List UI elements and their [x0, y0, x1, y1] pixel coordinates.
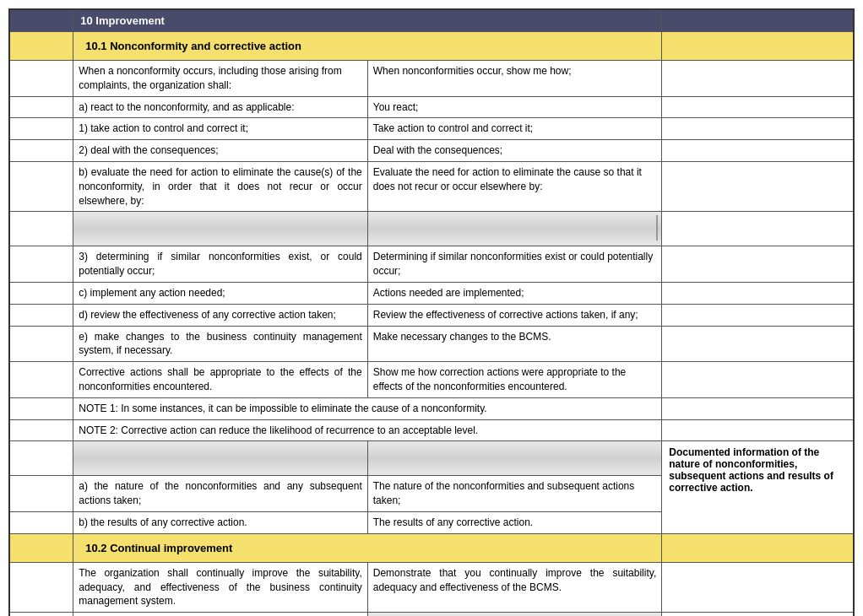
col3-corrective-appropriate: Show me how correction actions were appr…	[367, 362, 661, 398]
col2-determining: 3) determining if similar nonconformitie…	[73, 246, 367, 283]
col1-empty	[9, 419, 73, 441]
row-determining: 3) determining if similar nonconformitie…	[9, 246, 854, 283]
col4-empty	[662, 118, 854, 140]
col4-empty	[662, 562, 854, 612]
col1-empty	[9, 140, 73, 162]
section-10-1-title: 10.1 Nonconformity and corrective action	[73, 32, 662, 61]
col1-empty	[9, 362, 73, 398]
col2-results: b) the results of any corrective action.	[73, 511, 367, 533]
col3-blurred-2	[367, 441, 661, 476]
header-label: 10 Improvement	[80, 14, 165, 27]
row-evaluate: b) evaluate the need for action to elimi…	[9, 161, 854, 211]
col1-empty	[9, 246, 73, 283]
col4-empty	[662, 304, 854, 326]
col1-empty	[9, 212, 73, 246]
col3-evaluate: Evaluate the need for action to eliminat…	[367, 161, 661, 211]
col3-results: The results of any corrective action.	[367, 511, 661, 533]
row-deal-consequences: 2) deal with the consequences; Deal with…	[9, 140, 854, 162]
row-consider-outputs: The organization shall consider the outp…	[9, 613, 854, 616]
col3-blurred-1	[367, 212, 661, 246]
col4-documented-info: Documented information of the nature of …	[662, 441, 854, 533]
section-10-1-header: 10.1 Nonconformity and corrective action	[9, 32, 854, 61]
col2-blurred-1	[73, 212, 367, 246]
col4-empty	[662, 419, 854, 441]
section-header-row: 10 Improvement	[9, 9, 854, 32]
col1-empty	[9, 476, 73, 512]
row-note-2: NOTE 2: Corrective action can reduce the…	[9, 419, 854, 441]
header-col4	[662, 9, 854, 32]
col1-empty	[9, 441, 73, 476]
row-corrective-appropriate: Corrective actions shall be appropriate …	[9, 362, 854, 398]
col4-empty	[662, 161, 854, 211]
col2-consider-outputs: The organization shall consider the outp…	[73, 613, 367, 616]
section-10-2-header: 10.2 Continual improvement	[9, 533, 854, 562]
col4-empty	[662, 282, 854, 304]
col2-evaluate: b) evaluate the need for action to elimi…	[73, 161, 367, 211]
col1-empty	[9, 397, 73, 419]
col2-continually-improve: The organization shall continually impro…	[73, 562, 367, 612]
section-10-2-col4	[662, 533, 854, 562]
header-col1	[9, 9, 73, 32]
col2-react: a) react to the nonconformity, and as ap…	[73, 96, 367, 118]
col3-react: You react;	[367, 96, 661, 118]
col3-implement: Actions needed are implemented;	[367, 282, 661, 304]
col2-nature: a) the nature of the nonconformities and…	[73, 476, 367, 512]
row-take-action: 1) take action to control and correct it…	[9, 118, 854, 140]
row-note-1: NOTE 1: In some instances, it can be imp…	[9, 397, 854, 419]
row-implement: c) implement any action needed; Actions …	[9, 282, 854, 304]
col2-deal-consequences: 2) deal with the consequences;	[73, 140, 367, 162]
col2-nonconformity-intro: When a nonconformity occurs, including t…	[73, 61, 367, 97]
col4-empty	[662, 613, 854, 616]
col3-deal-consequences: Deal with the consequences;	[367, 140, 661, 162]
col2-make-changes: e) make changes to the business continui…	[73, 326, 367, 362]
col2-take-action: 1) take action to control and correct it…	[73, 118, 367, 140]
col1-empty	[9, 613, 73, 616]
section-10-2-title: 10.2 Continual improvement	[73, 533, 662, 562]
note-1-text: NOTE 1: In some instances, it can be imp…	[73, 397, 662, 419]
row-blurred-2: Documented information of the nature of …	[9, 441, 854, 476]
col4-empty	[662, 96, 854, 118]
col2-corrective-appropriate: Corrective actions shall be appropriate …	[73, 362, 367, 398]
col1-empty	[9, 118, 73, 140]
col4-empty	[662, 246, 854, 283]
col3-nature: The nature of the nonconformities and su…	[367, 476, 661, 512]
col3-determining: Determining if similar nonconformities e…	[367, 246, 661, 283]
row-make-changes: e) make changes to the business continui…	[9, 326, 854, 362]
col4-empty	[662, 397, 854, 419]
row-blurred-1	[9, 212, 854, 246]
col4-empty	[662, 140, 854, 162]
col4-empty	[662, 326, 854, 362]
col1-empty	[9, 562, 73, 612]
col1-empty	[9, 511, 73, 533]
col3-consider-outputs	[367, 613, 661, 616]
col1-empty	[9, 304, 73, 326]
col4-empty	[662, 212, 854, 246]
main-table: 10 Improvement 10.1 Nonconformity and co…	[8, 8, 855, 616]
section-10-1-col4	[662, 32, 854, 61]
header-title: 10 Improvement	[73, 9, 662, 32]
col1-empty	[9, 161, 73, 211]
col3-nonconformity-intro: When nonconformities occur, show me how;	[367, 61, 661, 97]
col2-review: d) review the effectiveness of any corre…	[73, 304, 367, 326]
section-10-2-col1	[9, 533, 73, 562]
col3-continually-improve: Demonstrate that you continually improve…	[367, 562, 661, 612]
col1-empty	[9, 61, 73, 97]
note-2-text: NOTE 2: Corrective action can reduce the…	[73, 419, 662, 441]
row-react: a) react to the nonconformity, and as ap…	[9, 96, 854, 118]
row-nonconformity-intro: When a nonconformity occurs, including t…	[9, 61, 854, 97]
col3-make-changes: Make necessary changes to the BCMS.	[367, 326, 661, 362]
col1-empty	[9, 96, 73, 118]
col3-take-action: Take action to control and correct it;	[367, 118, 661, 140]
col4-empty	[662, 362, 854, 398]
col2-implement: c) implement any action needed;	[73, 282, 367, 304]
col3-review: Review the effectiveness of corrective a…	[367, 304, 661, 326]
row-continually-improve: The organization shall continually impro…	[9, 562, 854, 612]
section-10-1-col1	[9, 32, 73, 61]
col2-blurred-2	[73, 441, 367, 476]
col4-empty	[662, 61, 854, 97]
row-review: d) review the effectiveness of any corre…	[9, 304, 854, 326]
col1-empty	[9, 282, 73, 304]
col1-empty	[9, 326, 73, 362]
